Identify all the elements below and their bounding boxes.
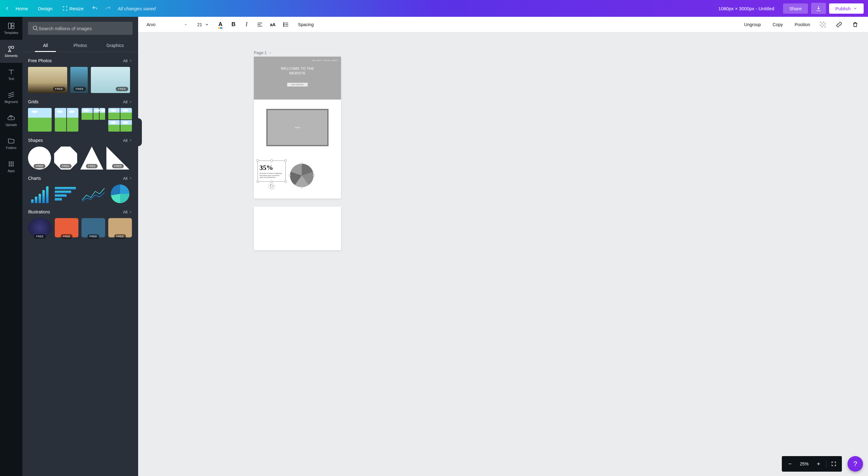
section-free-photos: Free Photos All	[28, 58, 132, 63]
nav-item[interactable]: CONTACT	[331, 60, 338, 61]
stat-text-block[interactable]: 35% the action or activity of gathering …	[259, 164, 284, 179]
canvas-area[interactable]: Page 1 HOME ABOUT SERVICES CONTACT WELCO…	[138, 32, 868, 476]
rail-text-label: Text	[8, 77, 14, 81]
design-page[interactable]: HOME ABOUT SERVICES CONTACT WELCOME TO T…	[254, 57, 341, 198]
uppercase-icon: aA	[270, 22, 276, 27]
design-link[interactable]: Design	[38, 6, 53, 11]
tab-photos[interactable]: Photos	[63, 40, 98, 52]
illustration-thumb[interactable]: FREE	[108, 218, 132, 237]
photo-thumb[interactable]: FREE	[28, 67, 67, 93]
grid-thumb[interactable]	[108, 108, 132, 132]
resize-handle[interactable]	[256, 181, 259, 183]
tab-graphics[interactable]: Graphics	[98, 40, 132, 52]
video-section[interactable]: VIDEO	[254, 100, 341, 156]
resize-button[interactable]: Resize	[63, 6, 84, 11]
section-all-link[interactable]: All	[123, 138, 132, 143]
shape-circle[interactable]: FREE	[28, 147, 51, 169]
zoom-value[interactable]: 25%	[797, 462, 812, 466]
rail-templates[interactable]: Templates	[0, 17, 22, 40]
zoom-out-button[interactable]	[783, 457, 797, 470]
zoom-in-button[interactable]	[812, 457, 826, 470]
copy-button[interactable]: Copy	[769, 22, 787, 27]
download-button[interactable]	[811, 3, 826, 14]
help-button[interactable]: ?	[847, 456, 863, 472]
design-page-next[interactable]	[254, 207, 341, 250]
delete-button[interactable]	[849, 19, 861, 31]
pie-chart-element[interactable]	[290, 164, 314, 187]
chart-pie-thumb[interactable]	[108, 185, 132, 203]
publish-button[interactable]: Publish	[829, 3, 864, 14]
resize-handle[interactable]	[270, 159, 273, 162]
resize-handle[interactable]	[301, 162, 303, 164]
transparency-button[interactable]	[817, 19, 829, 31]
list-button[interactable]	[280, 19, 292, 31]
section-all-link[interactable]: All	[123, 59, 132, 63]
back-icon[interactable]	[4, 6, 10, 11]
illustration-thumb[interactable]: FREE	[55, 218, 79, 237]
resize-handle[interactable]	[270, 181, 273, 183]
position-button[interactable]: Position	[791, 22, 814, 27]
section-all-link[interactable]: All	[123, 210, 132, 214]
grid-thumb[interactable]	[82, 108, 105, 132]
share-button[interactable]: Share	[783, 3, 808, 14]
nav-item[interactable]: SERVICES	[323, 60, 330, 61]
search-field[interactable]	[28, 22, 132, 35]
shape-right-triangle[interactable]: FREE	[106, 147, 129, 169]
shape-triangle[interactable]: FREE	[80, 147, 103, 169]
rail-folders[interactable]: Folders	[0, 132, 22, 155]
rail-text[interactable]: Text	[0, 63, 22, 86]
spacing-button[interactable]: Spacing	[294, 22, 318, 27]
illustration-thumb[interactable]: FREE	[28, 218, 52, 237]
bold-button[interactable]: B	[228, 19, 240, 31]
text-color-button[interactable]: A	[215, 19, 226, 31]
uppercase-button[interactable]: aA	[267, 19, 279, 31]
resize-handle[interactable]	[284, 181, 287, 183]
section-title: Charts	[28, 176, 123, 181]
section-all-link[interactable]: All	[123, 176, 132, 181]
align-button[interactable]	[254, 19, 266, 31]
section-all-link[interactable]: All	[123, 100, 132, 104]
link-button[interactable]	[833, 19, 845, 31]
undo-icon[interactable]	[92, 5, 98, 11]
rail-apps[interactable]: Apps	[0, 155, 22, 178]
page-label[interactable]: Page 1	[254, 51, 272, 55]
home-link[interactable]: Home	[16, 6, 28, 11]
shape-octagon[interactable]: FREE	[54, 147, 77, 169]
resize-handle[interactable]	[284, 159, 287, 162]
fullscreen-button[interactable]	[827, 457, 841, 470]
nav-item[interactable]: HOME	[312, 60, 316, 61]
hero-section[interactable]: HOME ABOUT SERVICES CONTACT WELCOME TO T…	[254, 57, 341, 100]
font-size-selector[interactable]: 21	[197, 22, 209, 27]
panel-collapse-handle[interactable]	[138, 118, 142, 146]
redo-icon[interactable]	[105, 5, 111, 11]
hero-cta[interactable]: GET STARTED	[287, 83, 308, 87]
stats-section[interactable]: 35% the action or activity of gathering …	[254, 156, 341, 198]
grid-thumb[interactable]	[28, 108, 52, 132]
panel-scroll[interactable]: Free Photos All FREE FREE FREE Grids All…	[22, 52, 138, 476]
italic-button[interactable]: I	[241, 19, 253, 31]
font-selector[interactable]: Arvo	[144, 21, 190, 29]
svg-rect-25	[822, 26, 823, 28]
tab-all[interactable]: All	[28, 40, 63, 52]
resize-handle[interactable]	[313, 174, 315, 177]
resize-handle[interactable]	[301, 187, 303, 189]
video-placeholder[interactable]: VIDEO	[266, 109, 329, 146]
chart-hbar-thumb[interactable]	[55, 185, 79, 203]
search-input[interactable]	[38, 26, 128, 31]
hero-headline[interactable]: WELCOME TO THE WEBSITE	[257, 66, 338, 76]
grid-thumb[interactable]	[55, 108, 79, 132]
nav-item[interactable]: ABOUT	[317, 60, 322, 61]
resize-handle[interactable]	[289, 174, 290, 177]
chart-line-thumb[interactable]	[82, 185, 105, 203]
resize-handle[interactable]	[256, 159, 259, 162]
chart-bar-thumb[interactable]	[28, 185, 52, 203]
photo-thumb[interactable]: FREE	[70, 67, 88, 93]
photo-thumb[interactable]: FREE	[91, 67, 130, 93]
rail-background[interactable]: Bkground	[0, 86, 22, 109]
rotate-handle[interactable]	[269, 183, 275, 189]
document-title[interactable]: 1080px × 3000px - Untitled	[718, 6, 774, 11]
rail-elements[interactable]: Elements	[0, 40, 22, 63]
illustration-thumb[interactable]: FREE	[82, 218, 105, 237]
ungroup-button[interactable]: Ungroup	[740, 22, 765, 27]
rail-uploads[interactable]: Uploads	[0, 109, 22, 132]
